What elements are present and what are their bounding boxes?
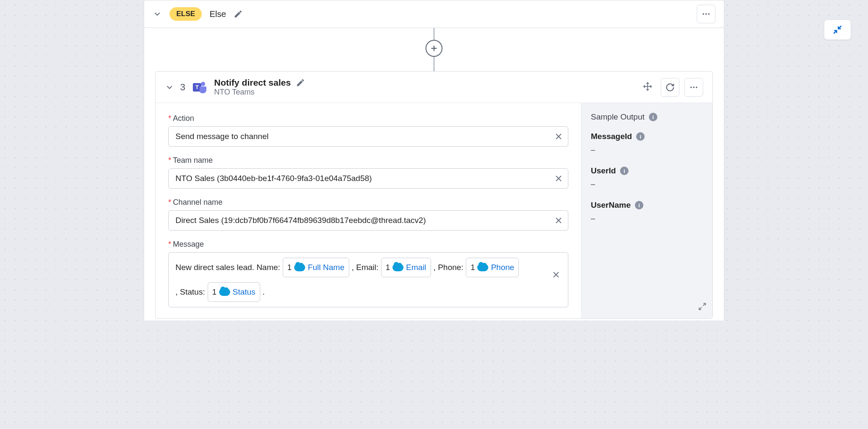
message-input[interactable]: New direct sales lead. Name: 1 Full Name…: [168, 252, 568, 307]
svg-point-7: [201, 82, 205, 86]
salesforce-icon: [477, 264, 488, 271]
salesforce-icon: [392, 264, 403, 271]
svg-line-21: [703, 304, 706, 306]
more-menu-button[interactable]: [684, 78, 703, 97]
message-text: , Email:: [352, 260, 378, 275]
step-number: 3: [180, 82, 185, 93]
info-icon[interactable]: i: [620, 167, 629, 175]
step-card: 3 T Notify direct sales NTO Teams: [155, 71, 713, 319]
output-value: –: [591, 180, 703, 189]
output-label: UserId: [591, 166, 616, 176]
channel-input-field[interactable]: [175, 212, 554, 229]
else-label: Else: [209, 9, 226, 19]
action-input-field[interactable]: [175, 128, 554, 145]
message-text: , Status:: [175, 284, 205, 300]
channel-label: Channel name: [173, 198, 223, 207]
more-menu-button[interactable]: [697, 5, 715, 23]
chevron-down-icon[interactable]: [165, 83, 174, 92]
output-label: MessageId: [591, 132, 632, 141]
output-label: UserName: [591, 201, 631, 210]
refresh-button[interactable]: [661, 78, 679, 97]
svg-point-1: [705, 13, 707, 15]
message-text: New direct sales lead. Name:: [175, 260, 280, 275]
svg-point-0: [703, 13, 704, 15]
clear-icon[interactable]: [554, 131, 564, 142]
edit-icon[interactable]: [296, 78, 305, 87]
svg-point-2: [708, 13, 710, 15]
info-icon[interactable]: i: [635, 201, 643, 209]
chevron-down-icon[interactable]: [153, 9, 162, 19]
clear-icon[interactable]: [554, 215, 564, 226]
svg-point-10: [690, 86, 692, 88]
message-label: Message: [173, 240, 204, 249]
message-text: .: [263, 284, 265, 300]
info-icon[interactable]: i: [649, 113, 657, 121]
form-panel: *Action *Team name *Channel name: [156, 103, 581, 318]
datapill-email[interactable]: 1 Email: [381, 258, 431, 277]
channel-input[interactable]: [168, 210, 568, 231]
connector-line: [144, 28, 724, 71]
salesforce-icon: [219, 288, 230, 296]
expand-icon[interactable]: [698, 302, 707, 312]
datapill-status[interactable]: 1 Status: [208, 282, 260, 302]
teams-icon: T: [191, 79, 208, 96]
else-branch-header: ELSE Else: [144, 0, 724, 28]
team-input-field[interactable]: [175, 170, 554, 187]
svg-text:T: T: [195, 84, 199, 90]
info-icon[interactable]: i: [636, 132, 645, 141]
datapill-fullname[interactable]: 1 Full Name: [283, 258, 349, 277]
collapse-panel-button[interactable]: [824, 20, 851, 40]
svg-point-11: [693, 86, 695, 88]
sample-output-title: Sample Output: [591, 112, 645, 122]
step-header: 3 T Notify direct sales NTO Teams: [156, 72, 712, 103]
salesforce-icon: [294, 264, 305, 271]
output-value: –: [591, 145, 703, 154]
team-input[interactable]: [168, 168, 568, 189]
add-step-button[interactable]: [426, 40, 442, 57]
action-label: Action: [173, 114, 194, 123]
svg-line-22: [699, 307, 702, 310]
else-badge: ELSE: [170, 7, 202, 21]
step-subtitle: NTO Teams: [214, 88, 305, 97]
output-value: –: [591, 214, 703, 223]
sample-output-panel: Sample Output i MessageIdi – UserIdi – U…: [581, 103, 712, 318]
clear-icon[interactable]: [551, 270, 561, 280]
svg-point-12: [696, 86, 698, 88]
edit-icon[interactable]: [234, 9, 243, 19]
clear-icon[interactable]: [554, 173, 564, 184]
move-icon[interactable]: [640, 78, 656, 96]
message-text: , Phone:: [434, 260, 464, 275]
team-label: Team name: [173, 156, 213, 165]
step-title: Notify direct sales: [214, 78, 291, 88]
action-input[interactable]: [168, 126, 568, 147]
datapill-phone[interactable]: 1 Phone: [466, 258, 519, 277]
